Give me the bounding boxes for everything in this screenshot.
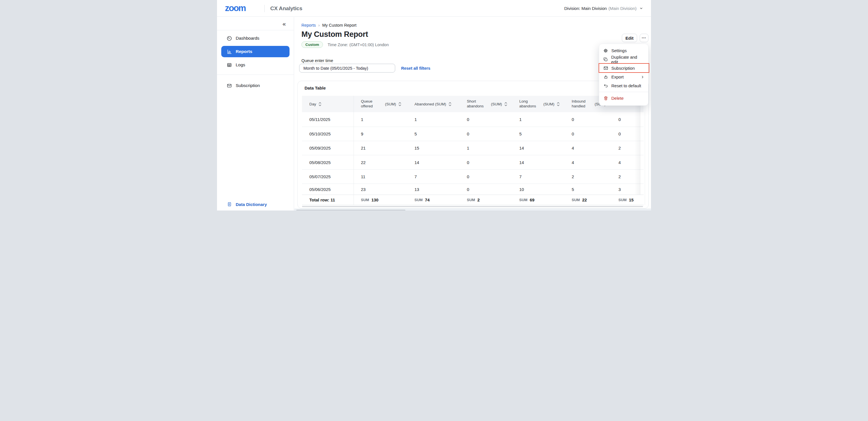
- data-table: Day Queue offered (SUM) Abandoned (SUM) …: [302, 96, 644, 205]
- menu-divider: [599, 92, 648, 92]
- gear-icon: [603, 48, 608, 53]
- column-header-day[interactable]: Day: [302, 96, 353, 112]
- column-header-abandoned[interactable]: Abandoned (SUM): [407, 96, 460, 112]
- copy-icon: [603, 57, 608, 62]
- data-table-card: Data Table Day Queue offered (SUM) Aband…: [298, 81, 649, 209]
- table-row[interactable]: 05/07/2025 11 7 0 7 2 2: [302, 170, 644, 184]
- data-dictionary-link[interactable]: Data Dictionary: [221, 199, 289, 209]
- sidebar-divider: [217, 30, 294, 30]
- column-header-queue-offered[interactable]: Queue offered (SUM): [353, 96, 407, 112]
- sidebar-item-label: Reports: [236, 49, 252, 54]
- app-window: zoom CX Analytics Division: Main Divisio…: [217, 0, 651, 210]
- main-content: Reports › My Custom Report My Custom Rep…: [294, 17, 651, 210]
- sort-icon[interactable]: [449, 102, 451, 106]
- more-options-menu: Settings Duplicate and edit Subscription…: [599, 43, 648, 106]
- column-header-long-abandons[interactable]: Long abandons (SUM): [512, 96, 564, 112]
- division-selector[interactable]: Division: Main Division (Main Division): [564, 0, 643, 17]
- filter-label: Queue enter time: [302, 58, 333, 63]
- table-icon: [227, 62, 232, 68]
- sidebar-item-dashboards[interactable]: Dashboards: [221, 33, 289, 44]
- menu-item-subscription[interactable]: Subscription: [599, 64, 648, 72]
- total-row-label: Total row: 11: [302, 195, 353, 205]
- sort-icon[interactable]: [504, 102, 507, 106]
- total-cell: SUM69: [512, 195, 564, 205]
- division-sublabel: (Main Division): [609, 6, 637, 11]
- menu-item-reset-default[interactable]: Reset to default: [599, 81, 648, 90]
- breadcrumb-reports-link[interactable]: Reports: [302, 23, 316, 28]
- table-row[interactable]: 05/09/2025 21 15 1 14 4 2: [302, 141, 644, 155]
- frozen-column-divider: [353, 96, 354, 205]
- breadcrumb-separator-icon: ›: [318, 23, 320, 28]
- breadcrumb: Reports › My Custom Report: [302, 23, 356, 28]
- envelope-icon: [227, 83, 232, 88]
- sidebar-item-subscription[interactable]: Subscription: [221, 80, 289, 91]
- sidebar-item-label: Logs: [236, 62, 245, 67]
- horizontal-scrollbar[interactable]: [302, 206, 643, 207]
- sort-icon[interactable]: [319, 102, 321, 106]
- edit-button[interactable]: Edit: [622, 34, 637, 42]
- timezone-label: Time Zone: (GMT+01:00) London: [328, 42, 389, 47]
- bar-chart-icon: [227, 49, 232, 54]
- breadcrumb-current: My Custom Report: [322, 23, 356, 28]
- page-title: My Custom Report: [302, 30, 368, 39]
- sidebar-item-label: Dashboards: [236, 36, 259, 41]
- zoom-logo: zoom: [225, 4, 246, 13]
- sort-icon[interactable]: [557, 102, 559, 106]
- reset-filters-link[interactable]: Reset all filters: [401, 64, 430, 72]
- more-options-button[interactable]: •••: [640, 34, 648, 42]
- gauge-icon: [227, 36, 232, 41]
- sidebar-item-logs[interactable]: Logs: [221, 59, 289, 70]
- total-cell: SUM130: [353, 195, 407, 205]
- date-range-filter[interactable]: Month to Date (05/01/2025 - Today): [299, 64, 395, 72]
- table-row[interactable]: 05/11/2025 1 1 0 1 0 0: [302, 112, 644, 127]
- document-icon: [227, 202, 232, 207]
- total-cell: SUM22: [564, 195, 611, 205]
- column-header-short-abandons[interactable]: Short abandons (SUM): [460, 96, 512, 112]
- undo-icon: [603, 83, 608, 88]
- menu-item-delete[interactable]: Delete: [599, 94, 648, 102]
- ellipsis-icon: •••: [642, 35, 646, 39]
- sidebar-divider: [217, 74, 294, 75]
- total-cell: SUM2: [460, 195, 512, 205]
- app-title: CX Analytics: [270, 5, 302, 11]
- chevron-down-icon: [638, 6, 643, 10]
- logo-divider: [264, 5, 265, 12]
- total-cell: SUM15: [611, 195, 635, 205]
- report-meta: Custom Time Zone: (GMT+01:00) London: [302, 41, 389, 48]
- table-header-row: Day Queue offered (SUM) Abandoned (SUM) …: [302, 96, 644, 112]
- menu-item-export[interactable]: Export: [599, 72, 648, 81]
- page-horizontal-scrollbar[interactable]: [296, 210, 405, 210]
- menu-item-duplicate[interactable]: Duplicate and edit: [599, 55, 648, 64]
- card-title: Data Table: [305, 86, 326, 90]
- chevron-right-icon: [641, 76, 644, 79]
- sidebar: « Dashboards Reports Logs Subscrip: [217, 17, 294, 210]
- horizontal-scroll-shadow: [634, 96, 641, 194]
- sidebar-item-reports[interactable]: Reports: [221, 46, 289, 57]
- table-body: 05/11/2025 1 1 0 1 0 0 05/10/2025 9 5 0 …: [302, 112, 644, 194]
- table-total-row: Total row: 11 SUM130 SUM74 SUM2 SUM69 SU…: [302, 194, 644, 205]
- menu-item-settings[interactable]: Settings: [599, 46, 648, 55]
- table-row[interactable]: 05/06/2025 23 13 0 10 5 3: [302, 184, 644, 194]
- envelope-icon: [603, 66, 608, 70]
- total-cell: SUM74: [407, 195, 460, 205]
- download-icon: [603, 74, 608, 79]
- custom-badge: Custom: [302, 41, 323, 48]
- sort-icon[interactable]: [399, 102, 401, 106]
- data-dictionary-label: Data Dictionary: [236, 202, 267, 207]
- sidebar-collapse-icon[interactable]: «: [282, 21, 286, 27]
- sidebar-item-label: Subscription: [236, 83, 260, 88]
- trash-icon: [603, 96, 608, 100]
- division-label: Division: Main Division: [564, 6, 607, 11]
- top-bar: zoom CX Analytics Division: Main Divisio…: [217, 0, 651, 17]
- table-row[interactable]: 05/10/2025 9 5 0 5 0 0: [302, 127, 644, 141]
- table-row[interactable]: 05/08/2025 22 14 0 14 4 4: [302, 155, 644, 170]
